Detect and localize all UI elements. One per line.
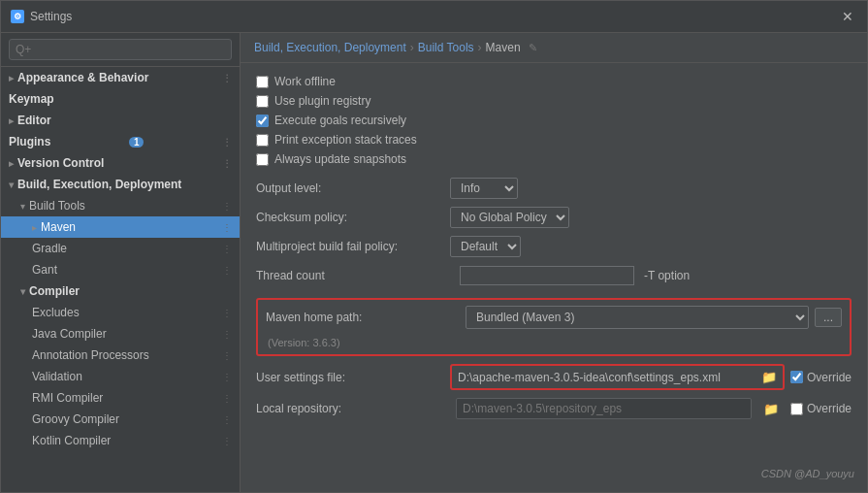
local-repository-label: Local repository: [256,402,450,415]
main-content: Build, Execution, Deployment › Build Too… [241,33,867,492]
sidebar-item-label: RMI Compiler [32,391,103,405]
output-level-label: Output level: [256,181,450,195]
folder-icon[interactable]: 📁 [761,370,777,384]
scroll-icon: ⋮ [222,308,232,318]
execute-goals-checkbox[interactable] [256,115,269,127]
sidebar-item-build-execution[interactable]: ▾ Build, Execution, Deployment [1,174,240,195]
sidebar-item-plugins[interactable]: Plugins 1 ⋮ [1,131,240,152]
user-settings-override-row: Override [790,371,852,384]
checksum-policy-select[interactable]: No Global Policy Strict Warn Fail [450,207,569,228]
sidebar-item-label: Appearance & Behavior [17,71,148,84]
use-plugin-registry-checkbox[interactable] [256,95,269,108]
sidebar-item-label: Editor [17,114,51,127]
work-offline-checkbox[interactable] [256,76,269,88]
edit-icon: ✎ [529,42,537,54]
sidebar-item-editor[interactable]: ▸ Editor [1,110,240,131]
sidebar-item-version-control[interactable]: ▸ Version Control ⋮ [1,152,240,174]
breadcrumb-part-1[interactable]: Build, Execution, Deployment [254,41,406,54]
user-settings-input-wrapper: 📁 [450,364,785,390]
scroll-icon: ⋮ [222,244,232,254]
sidebar-item-kotlin-compiler[interactable]: Kotlin Compiler ⋮ [1,430,240,451]
user-settings-override-checkbox[interactable] [790,371,803,383]
user-settings-input[interactable] [458,371,755,384]
multiproject-policy-row: Multiproject build fail policy: Default … [256,236,852,257]
sidebar-item-label: Compiler [29,284,80,298]
sidebar-item-label: Plugins [9,135,50,148]
local-repo-override-row: Override [790,402,852,415]
sidebar-item-gant[interactable]: Gant ⋮ [1,259,240,280]
scroll-icon: ⋮ [222,372,232,382]
scroll-icon: ⋮ [222,73,232,83]
local-repo-override-checkbox[interactable] [790,403,803,415]
sidebar-item-appearance[interactable]: ▸ Appearance & Behavior ⋮ [1,67,240,88]
always-update-checkbox[interactable] [256,153,269,166]
chevron-icon: ▸ [9,158,14,169]
sidebar-item-groovy-compiler[interactable]: Groovy Compiler ⋮ [1,409,240,430]
multiproject-policy-select[interactable]: Default Never AtEnd Always [450,236,521,257]
maven-home-row: Maven home path: Bundled (Maven 3) ... [266,306,842,329]
maven-home-select[interactable]: Bundled (Maven 3) [466,306,809,329]
sidebar-item-label: Gant [32,263,57,277]
title-bar-left: ⚙ Settings [11,10,72,23]
print-exception-label: Print exception stack traces [274,133,417,147]
maven-home-highlighted-section: Maven home path: Bundled (Maven 3) ... (… [256,298,852,356]
close-button[interactable]: ✕ [838,7,857,26]
title-bar: ⚙ Settings ✕ [1,1,867,33]
sidebar-item-java-compiler[interactable]: Java Compiler ⋮ [1,323,240,345]
local-repository-input[interactable] [456,398,752,419]
user-settings-label: User settings file: [256,371,450,384]
thread-count-row: Thread count -T option [256,265,852,286]
sidebar-item-label: Validation [32,370,82,383]
checkbox-work-offline-row: Work offline [256,75,852,88]
plugins-badge: 1 [129,137,145,148]
thread-count-input[interactable] [460,266,634,285]
scroll-icon: ⋮ [222,436,232,446]
output-level-row: Output level: Info Debug Warn Error [256,178,852,199]
sidebar-item-annotation-processors[interactable]: Annotation Processors ⋮ [1,345,240,366]
user-settings-override-label: Override [807,371,852,384]
sidebar-item-label: Annotation Processors [32,348,149,362]
work-offline-label: Work offline [274,75,336,88]
checkbox-use-plugin-row: Use plugin registry [256,94,852,108]
sidebar-item-maven[interactable]: ▸ Maven ⋮ [1,216,240,238]
thread-count-label: Thread count [256,269,450,282]
maven-version-text: (Version: 3.6.3) [266,337,842,348]
execute-goals-label: Execute goals recursively [274,114,406,127]
search-bar [1,33,240,67]
settings-panel: Work offline Use plugin registry Execute… [241,63,867,492]
window-title: Settings [30,10,72,23]
scroll-icon: ⋮ [222,158,232,169]
sidebar-item-label: Maven [41,220,76,234]
maven-home-browse-button[interactable]: ... [815,308,842,327]
print-exception-checkbox[interactable] [256,134,269,147]
sidebar-item-label: Kotlin Compiler [32,434,111,447]
scroll-icon: ⋮ [222,393,232,404]
chevron-down-icon: ▾ [20,286,25,297]
sidebar-item-keymap[interactable]: Keymap [1,88,240,110]
multiproject-policy-label: Multiproject build fail policy: [256,240,450,253]
sidebar-item-compiler[interactable]: ▾ Compiler [1,280,240,302]
settings-icon: ⚙ [11,10,24,23]
sidebar-item-label: Build Tools [29,199,85,213]
sidebar-item-label: Gradle [32,242,67,255]
sidebar-item-gradle[interactable]: Gradle ⋮ [1,238,240,259]
sidebar: ▸ Appearance & Behavior ⋮ Keymap ▸ Edito… [1,33,241,492]
checkbox-always-update-row: Always update snapshots [256,152,852,166]
sidebar-item-validation[interactable]: Validation ⋮ [1,366,240,387]
user-settings-row: User settings file: 📁 Override [256,364,852,390]
chevron-icon: ▸ [9,73,14,83]
output-level-select[interactable]: Info Debug Warn Error [450,178,518,199]
settings-window: ⚙ Settings ✕ ▸ Appearance & Behavior ⋮ K… [0,0,868,493]
search-input[interactable] [9,39,232,60]
sidebar-item-excludes[interactable]: Excludes ⋮ [1,302,240,323]
checksum-policy-row: Checksum policy: No Global Policy Strict… [256,207,852,228]
scroll-icon: ⋮ [222,201,232,212]
breadcrumb-part-2[interactable]: Build Tools [418,41,474,54]
sidebar-item-build-tools[interactable]: ▾ Build Tools ⋮ [1,195,240,216]
multiproject-policy-select-wrap: Default Never AtEnd Always [450,236,521,257]
use-plugin-registry-label: Use plugin registry [274,94,370,108]
breadcrumb-sep-2: › [478,41,482,54]
t-option-label: -T option [644,269,690,282]
sidebar-item-rmi-compiler[interactable]: RMI Compiler ⋮ [1,387,240,409]
local-repo-folder-icon[interactable]: 📁 [763,402,779,416]
